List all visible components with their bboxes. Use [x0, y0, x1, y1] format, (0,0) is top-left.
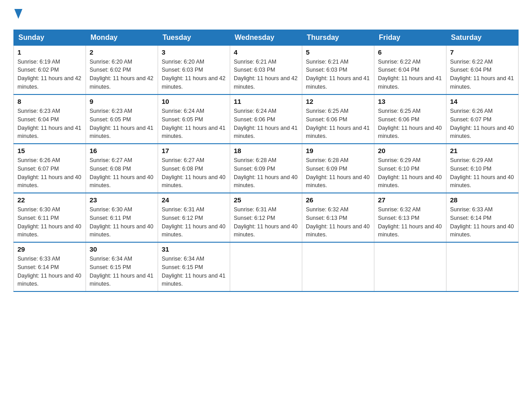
- calendar-cell: 27 Sunrise: 6:32 AMSunset: 6:13 PMDaylig…: [374, 193, 446, 242]
- day-info: Sunrise: 6:23 AMSunset: 6:05 PMDaylight:…: [90, 107, 154, 141]
- day-number: 28: [450, 196, 515, 204]
- day-info: Sunrise: 6:34 AMSunset: 6:15 PMDaylight:…: [162, 255, 226, 288]
- day-info: Sunrise: 6:32 AMSunset: 6:13 PMDaylight:…: [306, 206, 370, 239]
- header-monday: Monday: [86, 30, 158, 45]
- calendar-cell: 24 Sunrise: 6:31 AMSunset: 6:12 PMDaylig…: [158, 193, 230, 242]
- calendar-cell: 17 Sunrise: 6:27 AMSunset: 6:08 PMDaylig…: [158, 144, 230, 193]
- day-number: 29: [17, 245, 82, 253]
- day-info: Sunrise: 6:20 AMSunset: 6:02 PMDaylight:…: [90, 58, 154, 91]
- day-number: 8: [17, 98, 82, 105]
- day-number: 1: [17, 48, 82, 56]
- day-info: Sunrise: 6:20 AMSunset: 6:03 PMDaylight:…: [162, 58, 226, 91]
- day-info: Sunrise: 6:27 AMSunset: 6:08 PMDaylight:…: [162, 156, 226, 190]
- header-sunday: Sunday: [14, 30, 86, 45]
- day-number: 26: [306, 196, 370, 204]
- day-info: Sunrise: 6:26 AMSunset: 6:07 PMDaylight:…: [17, 156, 82, 190]
- day-info: Sunrise: 6:27 AMSunset: 6:08 PMDaylight:…: [90, 156, 154, 190]
- day-info: Sunrise: 6:21 AMSunset: 6:03 PMDaylight:…: [234, 58, 298, 91]
- calendar-cell: 10 Sunrise: 6:24 AMSunset: 6:05 PMDaylig…: [158, 94, 230, 144]
- calendar-cell: 19 Sunrise: 6:28 AMSunset: 6:09 PMDaylig…: [302, 144, 374, 193]
- day-info: Sunrise: 6:34 AMSunset: 6:15 PMDaylight:…: [90, 255, 154, 288]
- calendar-header: Sunday Monday Tuesday Wednesday Thursday…: [14, 30, 519, 45]
- day-number: 14: [450, 98, 515, 105]
- calendar-cell: [374, 242, 446, 291]
- day-number: 23: [90, 196, 154, 204]
- calendar-cell: 4 Sunrise: 6:21 AMSunset: 6:03 PMDayligh…: [230, 45, 302, 94]
- calendar-cell: [230, 242, 302, 291]
- day-info: Sunrise: 6:24 AMSunset: 6:05 PMDaylight:…: [162, 107, 226, 141]
- logo-arrow-icon: [14, 9, 22, 19]
- day-info: Sunrise: 6:30 AMSunset: 6:11 PMDaylight:…: [17, 206, 82, 239]
- day-info: Sunrise: 6:24 AMSunset: 6:06 PMDaylight:…: [234, 107, 298, 141]
- day-info: Sunrise: 6:22 AMSunset: 6:04 PMDaylight:…: [450, 58, 515, 91]
- day-info: Sunrise: 6:29 AMSunset: 6:10 PMDaylight:…: [450, 156, 515, 190]
- header-wednesday: Wednesday: [230, 30, 302, 45]
- calendar-cell: 16 Sunrise: 6:27 AMSunset: 6:08 PMDaylig…: [86, 144, 158, 193]
- day-number: 18: [234, 147, 298, 154]
- day-number: 17: [162, 147, 226, 154]
- day-info: Sunrise: 6:28 AMSunset: 6:09 PMDaylight:…: [234, 156, 298, 190]
- day-number: 2: [90, 48, 154, 56]
- calendar-cell: 3 Sunrise: 6:20 AMSunset: 6:03 PMDayligh…: [158, 45, 230, 94]
- calendar-cell: 13 Sunrise: 6:25 AMSunset: 6:06 PMDaylig…: [374, 94, 446, 144]
- calendar-cell: 7 Sunrise: 6:22 AMSunset: 6:04 PMDayligh…: [446, 45, 519, 94]
- calendar-cell: 9 Sunrise: 6:23 AMSunset: 6:05 PMDayligh…: [86, 94, 158, 144]
- header-saturday: Saturday: [446, 30, 519, 45]
- calendar-cell: 31 Sunrise: 6:34 AMSunset: 6:15 PMDaylig…: [158, 242, 230, 291]
- calendar-cell: 28 Sunrise: 6:33 AMSunset: 6:14 PMDaylig…: [446, 193, 519, 242]
- calendar-cell: 21 Sunrise: 6:29 AMSunset: 6:10 PMDaylig…: [446, 144, 519, 193]
- calendar-cell: 26 Sunrise: 6:32 AMSunset: 6:13 PMDaylig…: [302, 193, 374, 242]
- day-info: Sunrise: 6:28 AMSunset: 6:09 PMDaylight:…: [306, 156, 370, 190]
- week-row-3: 15 Sunrise: 6:26 AMSunset: 6:07 PMDaylig…: [14, 144, 519, 193]
- calendar-cell: [302, 242, 374, 291]
- calendar-cell: 18 Sunrise: 6:28 AMSunset: 6:09 PMDaylig…: [230, 144, 302, 193]
- day-info: Sunrise: 6:31 AMSunset: 6:12 PMDaylight:…: [234, 206, 298, 239]
- header-friday: Friday: [374, 30, 446, 45]
- day-number: 20: [378, 147, 442, 154]
- day-number: 30: [90, 245, 154, 253]
- calendar-cell: 1 Sunrise: 6:19 AMSunset: 6:02 PMDayligh…: [14, 45, 86, 94]
- day-number: 22: [17, 196, 82, 204]
- day-number: 27: [378, 196, 442, 204]
- day-number: 5: [306, 48, 370, 56]
- day-number: 12: [306, 98, 370, 105]
- calendar-cell: 29 Sunrise: 6:33 AMSunset: 6:14 PMDaylig…: [14, 242, 86, 291]
- page-header: [13, 9, 519, 21]
- day-number: 3: [162, 48, 226, 56]
- day-info: Sunrise: 6:19 AMSunset: 6:02 PMDaylight:…: [17, 58, 82, 91]
- day-info: Sunrise: 6:30 AMSunset: 6:11 PMDaylight:…: [90, 206, 154, 239]
- calendar-cell: 14 Sunrise: 6:26 AMSunset: 6:07 PMDaylig…: [446, 94, 519, 144]
- day-number: 19: [306, 147, 370, 154]
- week-row-1: 1 Sunrise: 6:19 AMSunset: 6:02 PMDayligh…: [14, 45, 519, 94]
- day-info: Sunrise: 6:21 AMSunset: 6:03 PMDaylight:…: [306, 58, 370, 91]
- day-number: 10: [162, 98, 226, 105]
- calendar-cell: 15 Sunrise: 6:26 AMSunset: 6:07 PMDaylig…: [14, 144, 86, 193]
- calendar-cell: 30 Sunrise: 6:34 AMSunset: 6:15 PMDaylig…: [86, 242, 158, 291]
- day-number: 21: [450, 147, 515, 154]
- header-thursday: Thursday: [302, 30, 374, 45]
- week-row-4: 22 Sunrise: 6:30 AMSunset: 6:11 PMDaylig…: [14, 193, 519, 242]
- day-info: Sunrise: 6:31 AMSunset: 6:12 PMDaylight:…: [162, 206, 226, 239]
- day-info: Sunrise: 6:22 AMSunset: 6:04 PMDaylight:…: [378, 58, 442, 91]
- header-tuesday: Tuesday: [158, 30, 230, 45]
- day-info: Sunrise: 6:33 AMSunset: 6:14 PMDaylight:…: [450, 206, 515, 239]
- day-number: 16: [90, 147, 154, 154]
- logo: [13, 9, 22, 21]
- day-number: 15: [17, 147, 82, 154]
- day-number: 9: [90, 98, 154, 105]
- calendar-cell: [446, 242, 519, 291]
- calendar-cell: 5 Sunrise: 6:21 AMSunset: 6:03 PMDayligh…: [302, 45, 374, 94]
- day-info: Sunrise: 6:25 AMSunset: 6:06 PMDaylight:…: [306, 107, 370, 141]
- week-row-2: 8 Sunrise: 6:23 AMSunset: 6:04 PMDayligh…: [14, 94, 519, 144]
- day-number: 11: [234, 98, 298, 105]
- calendar-body: 1 Sunrise: 6:19 AMSunset: 6:02 PMDayligh…: [14, 45, 519, 291]
- header-row: Sunday Monday Tuesday Wednesday Thursday…: [14, 30, 519, 45]
- day-number: 25: [234, 196, 298, 204]
- calendar-cell: 2 Sunrise: 6:20 AMSunset: 6:02 PMDayligh…: [86, 45, 158, 94]
- calendar-cell: 6 Sunrise: 6:22 AMSunset: 6:04 PMDayligh…: [374, 45, 446, 94]
- week-row-5: 29 Sunrise: 6:33 AMSunset: 6:14 PMDaylig…: [14, 242, 519, 291]
- day-info: Sunrise: 6:32 AMSunset: 6:13 PMDaylight:…: [378, 206, 442, 239]
- calendar-cell: 25 Sunrise: 6:31 AMSunset: 6:12 PMDaylig…: [230, 193, 302, 242]
- day-number: 13: [378, 98, 442, 105]
- calendar-cell: 23 Sunrise: 6:30 AMSunset: 6:11 PMDaylig…: [86, 193, 158, 242]
